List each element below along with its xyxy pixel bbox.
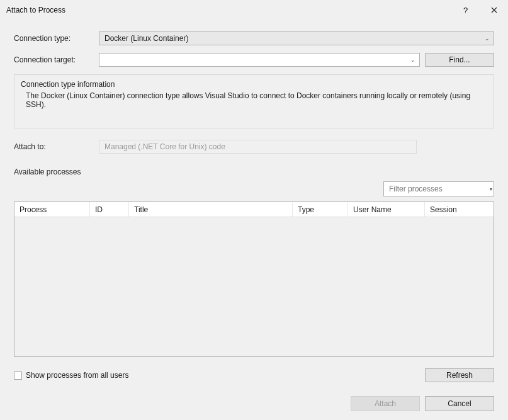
close-button[interactable] [480, 0, 508, 20]
dialog-footer: Attach Cancel [351, 396, 494, 411]
column-id[interactable]: ID [90, 202, 129, 217]
help-button[interactable]: ? [451, 0, 480, 20]
column-session[interactable]: Session [425, 202, 494, 217]
filter-processes-input[interactable] [389, 184, 483, 193]
connection-target-input[interactable]: ⌄ [99, 53, 420, 67]
attach-to-row: Attach to: Managed (.NET Core for Unix) … [14, 140, 494, 154]
connection-type-value: Docker (Linux Container) [104, 34, 188, 43]
dialog-title: Attach to Process [6, 6, 65, 14]
find-button[interactable]: Find... [425, 53, 494, 67]
connection-type-label: Connection type: [14, 34, 99, 43]
close-icon [491, 7, 497, 13]
connection-target-row: Connection target: ⌄ Find... [14, 53, 494, 67]
show-all-users-wrap[interactable]: Show processes from all users [14, 371, 128, 380]
filter-row: ▾ [14, 181, 494, 196]
attach-to-label: Attach to: [14, 142, 99, 151]
show-all-users-label: Show processes from all users [26, 371, 128, 380]
chevron-down-icon: ⌄ [410, 57, 415, 63]
attach-to-field: Managed (.NET Core for Unix) code [99, 140, 417, 154]
column-type[interactable]: Type [293, 202, 348, 217]
cancel-button[interactable]: Cancel [425, 396, 494, 411]
connection-target-label: Connection target: [14, 55, 99, 64]
show-all-users-checkbox[interactable] [14, 372, 22, 380]
attach-button[interactable]: Attach [351, 396, 420, 411]
refresh-button[interactable]: Refresh [425, 368, 494, 382]
process-table-header: Process ID Title Type User Name Session [14, 202, 494, 217]
chevron-down-icon: ⌄ [485, 35, 490, 42]
filter-processes-box[interactable]: ▾ [383, 181, 494, 196]
chevron-down-icon[interactable]: ▾ [490, 186, 492, 192]
column-user[interactable]: User Name [348, 202, 425, 217]
column-process[interactable]: Process [14, 202, 90, 217]
dialog-body: Connection type: Docker (Linux Container… [0, 20, 508, 382]
connection-info-box: Connection type information The Docker (… [14, 74, 494, 128]
connection-info-title: Connection type information [21, 80, 487, 89]
connection-type-combo[interactable]: Docker (Linux Container) ⌄ [99, 31, 494, 45]
titlebar-controls: ? [451, 0, 508, 20]
column-title[interactable]: Title [129, 202, 293, 217]
connection-info-text: The Docker (Linux Container) connection … [21, 91, 487, 109]
available-processes-label: Available processes [14, 167, 494, 176]
connection-type-row: Connection type: Docker (Linux Container… [14, 31, 494, 45]
below-table-row: Show processes from all users Refresh [14, 368, 494, 382]
process-table[interactable]: Process ID Title Type User Name Session [14, 201, 494, 357]
titlebar: Attach to Process ? [0, 0, 508, 20]
